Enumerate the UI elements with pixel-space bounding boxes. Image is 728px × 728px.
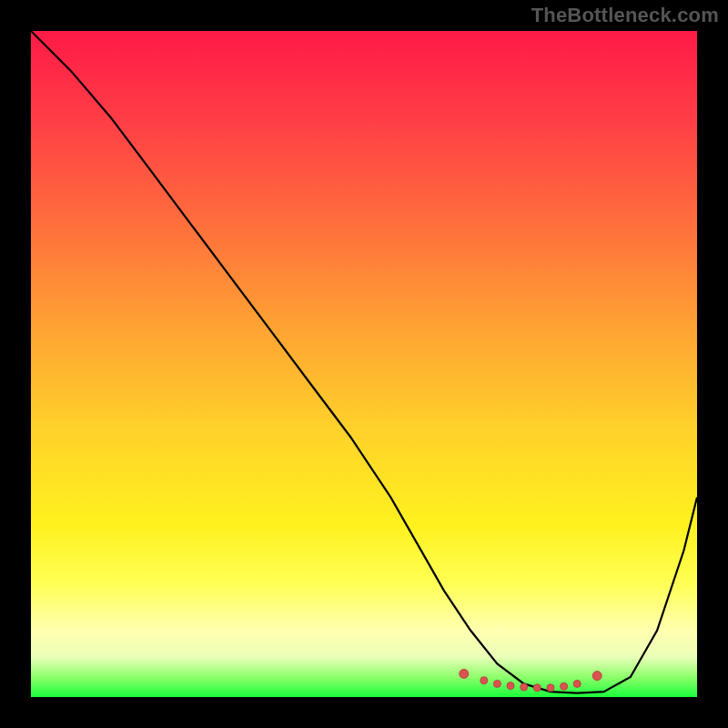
watermark-text: TheBottleneck.com: [531, 4, 719, 27]
gradient-plot-area: [31, 31, 697, 697]
chart-stage: TheBottleneck.com: [0, 0, 728, 728]
